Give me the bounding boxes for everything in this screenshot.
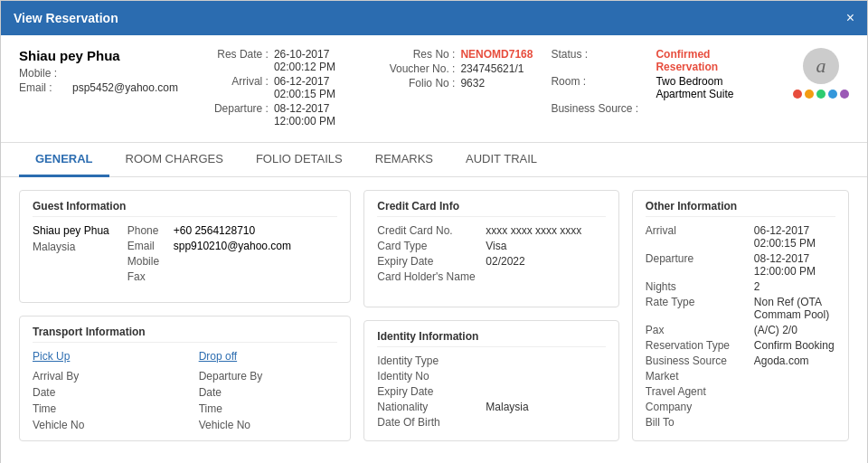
res-no-label: Res No :	[382, 48, 455, 61]
dob-lbl: Date Of Birth	[377, 416, 486, 429]
main-content: Guest Information Shiau pey Phua Malaysi…	[1, 177, 867, 463]
pickup-col: Pick Up Arrival By Date Time Ve	[33, 350, 172, 431]
pickup-label[interactable]: Pick Up	[33, 350, 172, 363]
departure-label-h: Departure :	[196, 102, 269, 128]
holder-lbl: Card Holder's Name	[377, 270, 486, 283]
title-bar: View Reservation ×	[1, 1, 867, 35]
expiry-lbl-cc: Expiry Date	[377, 255, 486, 268]
mobile-label: Mobile :	[19, 67, 69, 80]
tab-audit-trail[interactable]: AUDIT TRAIL	[449, 143, 553, 177]
guest-name-header: Shiau pey Phua	[19, 48, 178, 63]
departure-by-lbl: Departure By	[199, 370, 276, 383]
res-dates-col: Res Date : 26-10-2017 02:00:12 PM Arriva…	[196, 48, 364, 129]
date-lbl-do: Date	[199, 386, 276, 399]
tab-general[interactable]: GENERAL	[19, 143, 109, 177]
res-type-val: Confirm Booking	[754, 339, 835, 352]
email-value-h: psp5452@yahoo.com	[72, 81, 178, 94]
bill-to-lbl: Bill To	[646, 416, 754, 429]
guest-country: Malaysia	[33, 241, 109, 253]
guest-name-country: Shiau pey Phua Malaysia	[33, 224, 109, 283]
nationality-val: Malaysia	[486, 401, 528, 413]
arrival-label-h: Arrival :	[196, 75, 269, 100]
transport-info-card: Transport Information Pick Up Arrival By…	[19, 316, 351, 441]
travel-agent-lbl: Travel Agent	[646, 385, 754, 398]
other-arrival-lbl: Arrival	[646, 224, 754, 250]
tab-folio-details[interactable]: FOLIO DETAILS	[240, 143, 359, 177]
top-cards-row: Guest Information Shiau pey Phua Malaysi…	[19, 190, 849, 441]
view-reservation-window: View Reservation × Shiau pey Phua Mobile…	[0, 0, 868, 463]
guest-contacts: Phone +60 2564128710 Email spp910210@yah…	[127, 224, 338, 283]
mobile-row: Mobile :	[19, 67, 178, 80]
res-type-lbl: Reservation Type	[646, 339, 754, 352]
res-date-label: Res Date :	[196, 48, 269, 73]
dot-green	[816, 90, 826, 99]
guest-info-card: Guest Information Shiau pey Phua Malaysi…	[19, 190, 351, 303]
card-no-lbl: Credit Card No.	[377, 224, 486, 237]
pax-val: (A/C) 2/0	[754, 324, 797, 336]
dot-purple	[840, 90, 849, 99]
dot-orange	[805, 90, 814, 99]
tab-remarks[interactable]: REMARKS	[359, 143, 449, 177]
guest-header-col: Shiau pey Phua Mobile : Email : psp5452@…	[19, 48, 178, 96]
nationality-lbl: Nationality	[377, 401, 486, 413]
pax-lbl: Pax	[646, 324, 754, 336]
identity-title: Identity Information	[377, 330, 606, 347]
voucher-label: Voucher No. :	[382, 62, 455, 75]
email-lbl-g: Email	[127, 240, 168, 252]
id-no-lbl: Identity No	[377, 370, 486, 383]
res-no-col: Res No : NENOMD7168 Voucher No. : 234745…	[382, 48, 533, 91]
avatar: a	[803, 48, 839, 84]
transport-title: Transport Information	[33, 326, 337, 343]
nights-lbl: Nights	[646, 280, 754, 293]
status-col: Status : Confirmed Reservation Room : Tw…	[551, 48, 766, 117]
other-info-title: Other Information	[646, 200, 835, 217]
rate-type-val: Non Ref (OTA Commam Pool)	[754, 296, 835, 321]
dot-red	[793, 90, 802, 99]
fax-lbl-g: Fax	[127, 270, 168, 283]
date-lbl-pu: Date	[33, 386, 100, 399]
business-source-label-h: Business Source :	[551, 102, 650, 115]
window-title: View Reservation	[14, 11, 118, 25]
vehicle-lbl-pu: Vehicle No	[33, 419, 100, 431]
arrival-value-h: 06-12-2017 02:00:15 PM	[274, 75, 364, 100]
res-no-value: NENOMD7168	[460, 48, 533, 61]
folio-label: Folio No :	[382, 77, 455, 90]
credit-card-title: Credit Card Info	[377, 200, 606, 217]
other-arrival-val: 06-12-2017 02:00:15 PM	[754, 224, 835, 250]
email-row: Email : psp5452@yahoo.com	[19, 81, 178, 94]
other-info-card: Other Information Arrival 06-12-2017 02:…	[632, 190, 849, 441]
guest-info-title: Guest Information	[33, 200, 337, 217]
folio-value: 9632	[460, 77, 485, 90]
res-date-value: 26-10-2017 02:00:12 PM	[274, 48, 364, 73]
vehicle-lbl-do: Vehicle No	[199, 419, 276, 431]
email-val-g: spp910210@yahoo.com	[174, 240, 291, 252]
id-type-lbl: Identity Type	[377, 354, 486, 367]
header-section: Shiau pey Phua Mobile : Email : psp5452@…	[1, 35, 867, 143]
identity-info-card: Identity Information Identity Type Ident…	[363, 320, 619, 441]
time-lbl-pu: Time	[33, 402, 100, 415]
phone-val: +60 2564128710	[174, 224, 255, 237]
rate-type-lbl: Rate Type	[646, 296, 754, 321]
market-lbl: Market	[646, 370, 754, 383]
tab-bar: GENERAL ROOM CHARGES FOLIO DETAILS REMAR…	[1, 143, 867, 177]
time-lbl-do: Time	[199, 402, 276, 415]
card-type-lbl: Card Type	[377, 240, 486, 252]
dropoff-label[interactable]: Drop off	[199, 350, 338, 363]
dot-blue	[828, 90, 837, 99]
close-button[interactable]: ×	[846, 10, 854, 26]
phone-lbl: Phone	[127, 224, 168, 237]
arrival-by-lbl: Arrival By	[33, 370, 100, 383]
card-type-val: Visa	[486, 240, 506, 252]
departure-value-h: 08-12-2017 12:00:00 PM	[274, 102, 364, 128]
credit-card-info-card: Credit Card Info Credit Card No. xxxx xx…	[363, 190, 619, 307]
status-label-h: Status :	[551, 48, 650, 73]
tab-room-charges[interactable]: ROOM CHARGES	[109, 143, 240, 177]
nights-val: 2	[754, 280, 760, 293]
company-lbl: Company	[646, 401, 754, 413]
email-label-h: Email :	[19, 81, 69, 94]
room-value-h: Two Bedroom Apartment Suite	[656, 75, 766, 100]
dropoff-col: Drop off Departure By Date Time	[199, 350, 338, 431]
guest-full-name: Shiau pey Phua	[33, 224, 109, 237]
voucher-value: 234745621/1	[460, 62, 524, 75]
biz-src-val: Agoda.com	[754, 354, 809, 367]
